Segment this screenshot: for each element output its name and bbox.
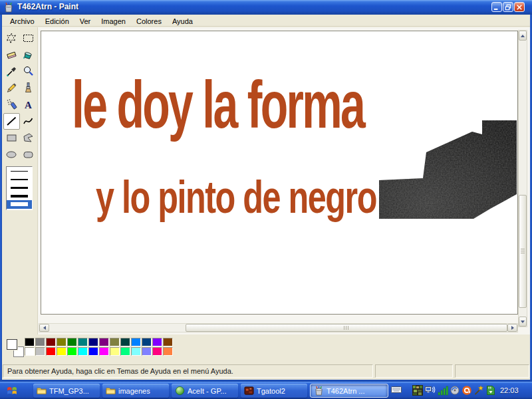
menu-colores[interactable]: Colores: [131, 15, 167, 27]
vertical-scrollbar[interactable]: [518, 30, 527, 327]
tool-box: A: [2, 27, 38, 334]
menu-imagen[interactable]: Imagen: [96, 15, 131, 27]
tool-free-form-select-button[interactable]: [3, 30, 20, 47]
tool-rounded-rectangle-button[interactable]: [20, 146, 37, 163]
volume-tray-icon[interactable]: [450, 385, 460, 396]
palette-color-swatch[interactable]: [110, 347, 120, 356]
horizontal-scroll-thumb[interactable]: [186, 324, 507, 332]
signal-bars-tray-icon[interactable]: [438, 385, 448, 396]
task-label: TFM_GP3...: [49, 387, 89, 395]
line-width-option-3[interactable]: [7, 184, 32, 192]
palette-color-swatch[interactable]: [163, 338, 173, 346]
line-width-option-5[interactable]: [7, 200, 32, 209]
palette-color-swatch[interactable]: [25, 347, 35, 356]
palette-color-swatch[interactable]: [99, 338, 109, 346]
palette-color-swatch[interactable]: [152, 347, 162, 356]
palette-color-swatch[interactable]: [99, 347, 109, 356]
horizontal-scrollbar[interactable]: [39, 323, 518, 332]
scroll-down-button[interactable]: [519, 317, 527, 327]
palette-color-swatch[interactable]: [67, 347, 77, 356]
taskbar-clock: 22:03: [500, 382, 519, 399]
taskbar-task-tfm-gp3[interactable]: TFM_GP3...: [33, 384, 100, 398]
line-width-option-4[interactable]: [7, 192, 32, 201]
status-panel-coordinates: [375, 364, 453, 378]
palette-color-swatch[interactable]: [46, 338, 56, 346]
taskbar-task-tgatool2[interactable]: Tgatool2: [241, 384, 307, 398]
orange-app-tray-icon[interactable]: [462, 385, 472, 396]
tool-polygon-button[interactable]: [20, 130, 37, 146]
tool-pencil-button[interactable]: [3, 80, 20, 96]
palette-color-swatch[interactable]: [35, 347, 45, 356]
status-help-text: Para obtener Ayuda, haga clic en Temas d…: [3, 364, 373, 378]
menu-ayuda[interactable]: Ayuda: [167, 15, 198, 27]
tool-airbrush-button[interactable]: [3, 96, 20, 113]
molding-shape-texture: [379, 120, 517, 219]
tool-text-button[interactable]: A: [20, 96, 37, 113]
menu-ver[interactable]: Ver: [74, 15, 96, 27]
tool-brush-button[interactable]: [20, 80, 37, 96]
folder-icon: [106, 386, 116, 396]
svg-text:A: A: [25, 100, 32, 110]
tool-ellipse-button[interactable]: [3, 146, 20, 163]
current-colors-indicator[interactable]: [4, 336, 25, 359]
close-button[interactable]: [514, 2, 525, 12]
palette-color-swatch[interactable]: [110, 338, 120, 346]
display-signal-tray-icon[interactable]: [425, 385, 436, 396]
palette-color-swatch[interactable]: [131, 338, 141, 346]
palette-color-swatch[interactable]: [57, 347, 66, 356]
palette-color-swatch[interactable]: [46, 347, 56, 356]
tool-pick-color-button[interactable]: [3, 63, 20, 80]
task-label: Tgatool2: [257, 387, 285, 395]
title-bar: T462Atrn - Paint: [0, 0, 532, 15]
taskbar-task-aceit-gp[interactable]: AceIt - GP...: [172, 384, 238, 398]
palette-color-swatch[interactable]: [67, 338, 77, 346]
tool-select-button[interactable]: [20, 30, 37, 47]
palette-color-swatch[interactable]: [142, 338, 152, 346]
paint-icon: [314, 386, 324, 396]
tool-rectangle-button[interactable]: [3, 130, 20, 146]
drawing-canvas[interactable]: le doy la forma y lo pinto de negro: [41, 31, 518, 315]
palette-color-swatch[interactable]: [120, 347, 130, 356]
keyboard-layout-icon[interactable]: [391, 386, 402, 394]
palette-color-swatch[interactable]: [78, 347, 88, 356]
line-width-option-2[interactable]: [7, 176, 32, 184]
palette-color-swatch[interactable]: [78, 338, 88, 346]
pixel-art-tray-icon[interactable]: [412, 385, 423, 396]
tool-line-button[interactable]: [3, 113, 20, 130]
menu-bar: ArchivoEdiciónVerImagenColoresAyuda: [2, 15, 530, 27]
tool-curve-button[interactable]: [20, 113, 37, 130]
restore-button[interactable]: [503, 2, 513, 12]
palette-color-swatch[interactable]: [152, 338, 162, 346]
taskbar-task-imagenes[interactable]: imagenes: [102, 384, 169, 398]
palette-color-swatch[interactable]: [88, 338, 98, 346]
tool-magnifier-button[interactable]: [20, 63, 37, 80]
palette-color-swatch[interactable]: [35, 338, 45, 346]
minimize-button[interactable]: [491, 2, 502, 12]
start-button[interactable]: [6, 384, 18, 396]
color-palette: [2, 334, 530, 363]
scroll-right-button[interactable]: [507, 324, 517, 332]
tool-eraser-button[interactable]: [3, 47, 20, 63]
scroll-left-button[interactable]: [39, 324, 49, 332]
taskbar: TFM_GP3...imagenesAceIt - GP...Tgatool2T…: [0, 382, 532, 399]
scroll-up-button[interactable]: [519, 31, 527, 41]
palette-color-swatch[interactable]: [88, 347, 98, 356]
line-width-option-1[interactable]: [7, 167, 32, 176]
canvas-view: le doy la forma y lo pinto de negro: [38, 27, 530, 334]
vertical-scroll-thumb[interactable]: [519, 195, 527, 308]
red-app-icon: [244, 386, 254, 396]
palette-color-swatch[interactable]: [131, 347, 141, 356]
palette-color-swatch[interactable]: [142, 347, 152, 356]
menu-archivo[interactable]: Archivo: [5, 15, 40, 27]
memory-card-tray-icon[interactable]: [485, 385, 496, 396]
task-label: imagenes: [118, 387, 150, 395]
magic-wand-tray-icon[interactable]: [473, 385, 484, 396]
menu-edicion[interactable]: Edición: [40, 15, 74, 27]
palette-color-swatch[interactable]: [25, 338, 35, 346]
palette-color-swatch[interactable]: [57, 338, 66, 346]
taskbar-task-t462atrn[interactable]: T462Atrn ...: [310, 384, 388, 398]
canvas-text-line-1: le doy la forma: [72, 71, 364, 138]
palette-color-swatch[interactable]: [120, 338, 130, 346]
palette-color-swatch[interactable]: [163, 347, 173, 356]
tool-fill-with-color-button[interactable]: [20, 47, 37, 63]
